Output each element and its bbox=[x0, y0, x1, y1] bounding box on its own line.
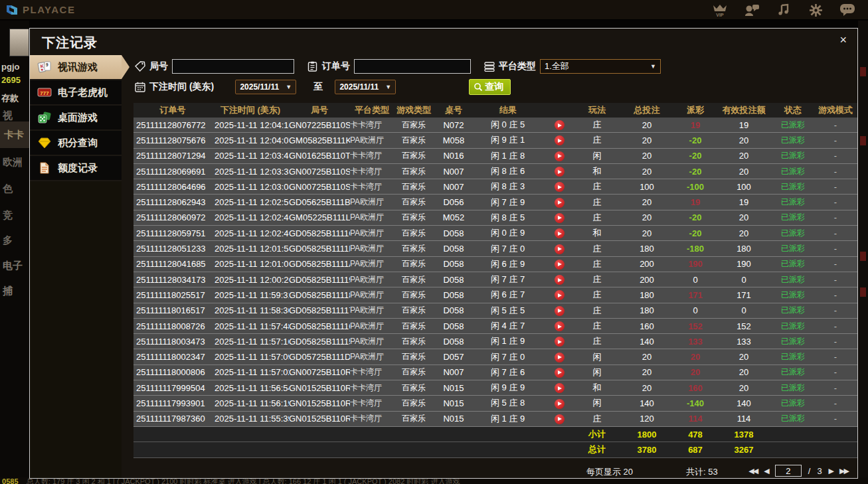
sidebar-item-credit-records[interactable]: 额度记录 bbox=[30, 156, 122, 181]
replay-play-icon[interactable] bbox=[555, 306, 564, 316]
order-label: 订单号 bbox=[322, 60, 350, 72]
platform-select[interactable]: 1.全部 ▼ bbox=[540, 59, 661, 74]
cell-round: GN01525B110RS bbox=[289, 383, 350, 393]
deposit-button[interactable]: 存款 bbox=[1, 92, 19, 104]
order-input[interactable] bbox=[354, 59, 471, 74]
cell-mode: - bbox=[814, 244, 857, 254]
cell-play bbox=[543, 212, 576, 223]
replay-play-icon[interactable] bbox=[555, 151, 564, 161]
cell-result: 闲 9 庄 9 bbox=[474, 382, 543, 394]
round-input[interactable] bbox=[172, 59, 294, 74]
cell-payout: -20 bbox=[675, 167, 715, 177]
replay-play-icon[interactable] bbox=[555, 135, 564, 145]
replay-play-icon[interactable] bbox=[555, 275, 564, 285]
cell-platform: PA欧洲厅 bbox=[350, 258, 394, 270]
replay-play-icon[interactable] bbox=[555, 244, 564, 254]
cell-mode: - bbox=[814, 414, 857, 424]
cell-playtype: 庄 bbox=[576, 212, 618, 224]
music-icon[interactable] bbox=[775, 2, 792, 18]
replay-play-icon[interactable] bbox=[555, 383, 564, 393]
sidebar-item-points[interactable]: 积分查询 bbox=[30, 131, 122, 156]
lobby-item-4[interactable]: 电子 bbox=[3, 260, 23, 272]
cell-result: 闲 5 庄 8 bbox=[474, 397, 543, 409]
cell-round: GD05825B1111B bbox=[289, 244, 350, 254]
replay-play-icon[interactable] bbox=[555, 290, 564, 300]
cell-validbet: 20 bbox=[715, 352, 772, 362]
search-button[interactable]: 查询 bbox=[469, 79, 511, 95]
replay-play-icon[interactable] bbox=[555, 213, 564, 223]
page-separator: / bbox=[808, 466, 811, 476]
cell-validbet: 140 bbox=[715, 398, 772, 408]
table-row: 2511111179995042025-11-11 11:56:54GN0152… bbox=[133, 380, 857, 396]
prev-page-icon[interactable]: ◀ bbox=[764, 467, 768, 475]
next-page-icon[interactable]: ▶ bbox=[829, 467, 833, 475]
sidebar-item-table-games[interactable]: 桌面游戏 bbox=[30, 106, 122, 131]
replay-play-icon[interactable] bbox=[555, 182, 564, 192]
replay-play-icon[interactable] bbox=[555, 414, 564, 424]
replay-play-icon[interactable] bbox=[555, 321, 564, 331]
cell-mode: - bbox=[814, 120, 857, 130]
replay-play-icon[interactable] bbox=[555, 260, 564, 270]
modal-title: 下注记录 bbox=[42, 34, 98, 52]
cell-totalbet: 20 bbox=[618, 212, 675, 222]
sidebar-item-label: 视讯游戏 bbox=[58, 61, 98, 74]
lobby-item-5[interactable]: 捕 bbox=[3, 285, 13, 297]
page-number-input[interactable] bbox=[775, 465, 802, 477]
cell-platform: 卡卡湾厅 bbox=[350, 366, 394, 378]
cell-result: 闲 8 庄 5 bbox=[474, 212, 543, 224]
cell-result: 闲 1 庄 8 bbox=[474, 150, 543, 162]
lobby-item-3[interactable]: 多 bbox=[3, 234, 13, 247]
first-page-icon[interactable]: ◀◀ bbox=[748, 467, 757, 475]
replay-play-icon[interactable] bbox=[555, 198, 564, 208]
page-total: 3 bbox=[817, 466, 822, 476]
cell-round: GD05825B11116 bbox=[289, 321, 350, 331]
replay-play-icon[interactable] bbox=[555, 120, 564, 130]
cell-order: 251111117993901 bbox=[133, 398, 212, 408]
cell-order: 251111128034173 bbox=[133, 275, 212, 285]
lobby-item-video[interactable]: 视 bbox=[3, 110, 13, 122]
vip-icon[interactable]: VIP bbox=[711, 2, 729, 18]
date-to-select[interactable]: 2025/11/11 ▼ bbox=[335, 80, 396, 94]
cell-status: 已派彩 bbox=[772, 166, 814, 177]
avatar[interactable] bbox=[9, 29, 29, 56]
replay-play-icon[interactable] bbox=[555, 167, 564, 177]
cell-play bbox=[543, 181, 576, 192]
cell-platform: PA欧洲厅 bbox=[350, 274, 394, 285]
brand-logo[interactable]: PLAYACE bbox=[5, 3, 75, 17]
grand-total-row: 总计 3780 687 3267 bbox=[133, 442, 857, 457]
cell-time: 2025-11-11 12:02:56 bbox=[212, 197, 289, 207]
settings-icon[interactable] bbox=[807, 2, 824, 18]
cell-tableno: N015 bbox=[434, 398, 474, 408]
column-header-round: 局号 bbox=[289, 104, 350, 116]
lobby-item-0[interactable]: 欧洲 bbox=[3, 156, 23, 169]
cell-totalbet: 20 bbox=[618, 352, 675, 362]
cell-status: 已派彩 bbox=[772, 150, 814, 161]
replay-play-icon[interactable] bbox=[555, 337, 564, 347]
support-icon[interactable] bbox=[743, 2, 760, 18]
cell-platform: PA欧洲厅 bbox=[350, 135, 394, 146]
replay-play-icon[interactable] bbox=[555, 228, 564, 238]
sidebar-item-slots[interactable]: 777 电子老虎机 bbox=[30, 80, 122, 106]
replay-play-icon[interactable] bbox=[555, 399, 564, 409]
cell-mode: - bbox=[814, 167, 857, 177]
replay-play-icon[interactable] bbox=[555, 353, 564, 363]
chat-icon[interactable] bbox=[839, 2, 856, 18]
close-icon[interactable]: × bbox=[839, 34, 847, 46]
cell-order: 251111118025517 bbox=[133, 290, 212, 300]
last-page-icon[interactable]: ▶▶ bbox=[839, 467, 848, 475]
cell-order: 251111128075676 bbox=[133, 135, 212, 145]
cell-result: 闲 0 庄 9 bbox=[474, 227, 543, 239]
cell-game: 百家乐 bbox=[394, 413, 434, 424]
cell-platform: PA欧洲厅 bbox=[350, 197, 394, 208]
lobby-item-1[interactable]: 色 bbox=[3, 183, 13, 195]
lobby-item-2[interactable]: 竞 bbox=[3, 209, 13, 222]
cell-validbet: 20 bbox=[715, 228, 772, 238]
cell-validbet: 20 bbox=[715, 212, 772, 222]
date-from-select[interactable]: 2025/11/11 ▼ bbox=[235, 80, 296, 94]
replay-play-icon[interactable] bbox=[555, 368, 564, 378]
cell-order: 251111128071294 bbox=[133, 151, 212, 161]
lobby-hall-tab[interactable]: 卡卡 bbox=[0, 121, 29, 148]
cell-playtype: 闲 bbox=[576, 351, 618, 363]
sidebar-item-live-games[interactable]: K♥9 视讯游戏 bbox=[30, 55, 122, 80]
cell-tableno: D058 bbox=[434, 290, 474, 300]
